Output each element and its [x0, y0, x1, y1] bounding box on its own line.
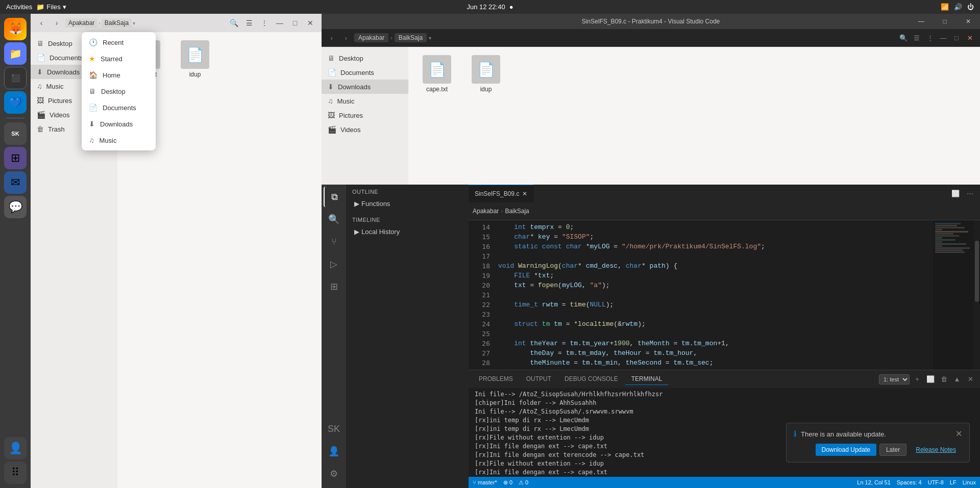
status-eol[interactable]: LF	[950, 479, 957, 485]
dropdown-starred[interactable]: ★ Starred	[82, 50, 156, 67]
panel-maximize-button[interactable]: ▲	[951, 374, 963, 385]
files-menu[interactable]: 📁 Files ▾	[36, 3, 66, 11]
fm2-minimize-btn[interactable]: —	[937, 32, 949, 44]
file-item-idup[interactable]: 📄 idup	[175, 40, 215, 78]
fm2-more-btn[interactable]: ⋮	[924, 32, 936, 44]
dock-grid[interactable]: ⊞	[4, 147, 27, 169]
fm2-forward-button[interactable]: ›	[340, 32, 352, 44]
dropdown-recent[interactable]: 🕐 Recent	[82, 34, 156, 50]
fm-search-button[interactable]: 🔍	[227, 16, 241, 30]
split-editor-button[interactable]: ⬜	[949, 188, 962, 200]
tab-terminal[interactable]: TERMINAL	[625, 373, 669, 385]
act-search[interactable]: 🔍	[324, 209, 344, 229]
fm-location-part2[interactable]: BaikSaja	[102, 18, 132, 28]
status-errors[interactable]: ⊗ 0	[503, 479, 512, 486]
fm-back-button[interactable]: ‹	[35, 16, 48, 30]
dock-chat[interactable]: 💬	[4, 196, 27, 218]
vscode-maximize-button[interactable]: □	[933, 14, 957, 29]
tab-output[interactable]: OUTPUT	[520, 373, 557, 385]
status-ln-col[interactable]: Ln 12, Col 51	[857, 479, 890, 485]
dropdown-home[interactable]: 🏠 Home	[82, 67, 156, 83]
release-notes-button[interactable]: Release Notes	[910, 444, 962, 456]
fm2-file-idup[interactable]: 📄 idup	[465, 55, 506, 93]
dock-firefox[interactable]: 🦊	[4, 18, 27, 40]
act-debug[interactable]: ▷	[324, 254, 344, 274]
vscode-minimize-button[interactable]: —	[910, 14, 933, 29]
fm2-sidebar-music[interactable]: ♫ Music	[322, 94, 408, 108]
breadcrumb-part1[interactable]: Apakabar	[473, 208, 499, 215]
status-warnings[interactable]: ⚠ 0	[519, 479, 528, 486]
status-spaces[interactable]: Spaces: 4	[897, 479, 922, 485]
fm2-file-cape[interactable]: 📄 cape.txt	[416, 55, 457, 93]
fm2-back-button[interactable]: ‹	[326, 32, 338, 44]
fm-view-options-button[interactable]: ☰	[242, 16, 256, 30]
act-remote[interactable]: SK	[324, 419, 344, 439]
activities-button[interactable]: Activities	[6, 3, 32, 11]
download-update-button[interactable]: Download Update	[816, 444, 876, 456]
status-branch[interactable]: ⑂ master*	[473, 479, 497, 485]
act-account[interactable]: 👤	[324, 441, 344, 461]
fm2-view-btn[interactable]: ☰	[911, 32, 923, 44]
dropdown-recent-label: Recent	[103, 39, 124, 46]
dock-person[interactable]: 👤	[4, 437, 27, 459]
fm2-location-part1[interactable]: Apakabar	[354, 33, 388, 42]
terminal-selector[interactable]: 1: test	[879, 374, 910, 384]
git-branch-icon: ⑂	[473, 479, 476, 485]
network-icon[interactable]: 📶	[941, 3, 949, 11]
dropdown-documents[interactable]: 📄 Documents	[82, 99, 156, 116]
view-more-button[interactable]: ⋯	[964, 188, 976, 200]
fm2-maximize-btn[interactable]: □	[950, 32, 963, 44]
fm-more-button[interactable]: ⋮	[257, 16, 272, 30]
dock-mail[interactable]: ✉	[4, 171, 27, 194]
fm2-sidebar-videos[interactable]: 🎬 Videos	[322, 122, 408, 137]
editor-tab-main[interactable]: SinSelFS_B09.c ✕	[469, 185, 534, 202]
dock-apps[interactable]: ⠿	[4, 461, 27, 484]
panel-split-button[interactable]: ⬜	[925, 374, 936, 385]
code-content[interactable]: int temprx = 0; char* key = "SISOP"; sta…	[494, 220, 933, 370]
fm-location-part1[interactable]: Apakabar	[65, 18, 97, 28]
power-icon[interactable]: ⏻	[967, 3, 974, 11]
status-lang[interactable]: Linux	[963, 479, 976, 485]
fm2-location-part2[interactable]: BaikSaja	[395, 33, 427, 42]
dock-files[interactable]: 📁	[4, 42, 27, 65]
dropdown-desktop[interactable]: 🖥 Desktop	[82, 83, 156, 99]
fm2-search-btn[interactable]: 🔍	[897, 32, 910, 44]
fm2-sidebar-pictures[interactable]: 🖼 Pictures	[322, 108, 408, 122]
fm2-sidebar-documents[interactable]: 📄 Documents	[322, 65, 408, 80]
fm2-sidebar-downloads[interactable]: ⬇ Downloads	[322, 80, 408, 94]
breadcrumb-part2[interactable]: BaikSaja	[505, 208, 529, 215]
status-encoding[interactable]: UTF-8	[928, 479, 944, 485]
timeline-header: TIMELINE	[346, 213, 469, 227]
fm2-toolbar: 🔍 ☰ ⋮ — □ ✕	[897, 32, 976, 44]
editor-scrollbar[interactable]	[974, 220, 980, 370]
terminal-line-10: [rx]Ini file dengan ext --> cape.txt	[475, 468, 974, 477]
update-close-button[interactable]: ✕	[955, 430, 962, 438]
tab-problems[interactable]: PROBLEMS	[473, 373, 519, 385]
fm2-sidebar-desktop[interactable]: 🖥 Desktop	[322, 51, 408, 65]
dropdown-downloads[interactable]: ⬇ Downloads	[82, 116, 156, 132]
fm-forward-button[interactable]: ›	[50, 16, 63, 30]
panel-close-button[interactable]: ✕	[965, 374, 976, 385]
dock-vscode[interactable]: 💙	[4, 91, 27, 114]
outline-item-1[interactable]: ▶ Functions	[346, 199, 469, 209]
act-git[interactable]: ⑂	[324, 232, 344, 252]
act-settings[interactable]: ⚙	[324, 464, 344, 484]
volume-icon[interactable]: 🔊	[954, 3, 962, 11]
panel-add-button[interactable]: +	[912, 374, 923, 385]
act-extensions[interactable]: ⊞	[324, 276, 344, 297]
vscode-close-button[interactable]: ✕	[957, 14, 980, 29]
fm2-close-btn[interactable]: ✕	[964, 32, 976, 44]
fm-maximize-button[interactable]: □	[288, 16, 302, 30]
dock-terminal[interactable]: ⬛	[4, 67, 27, 89]
later-button[interactable]: Later	[879, 444, 906, 456]
fm-minimize-button[interactable]: —	[273, 16, 287, 30]
act-explorer[interactable]: ⧉	[324, 187, 344, 207]
timeline-item-1[interactable]: ▶ Local History	[346, 227, 469, 237]
dock-sk[interactable]: SK	[4, 122, 27, 145]
tab-debug-console[interactable]: DEBUG CONSOLE	[558, 373, 624, 385]
dropdown-music[interactable]: ♫ Music	[82, 132, 156, 148]
panel-trash-button[interactable]: 🗑	[938, 374, 949, 385]
code-editor[interactable]: 14 15 16 17 18 19 20 21 22 23 24 25 26 2…	[469, 220, 980, 370]
fm-close-button[interactable]: ✕	[303, 16, 317, 30]
tab-close-icon[interactable]: ✕	[522, 190, 527, 197]
